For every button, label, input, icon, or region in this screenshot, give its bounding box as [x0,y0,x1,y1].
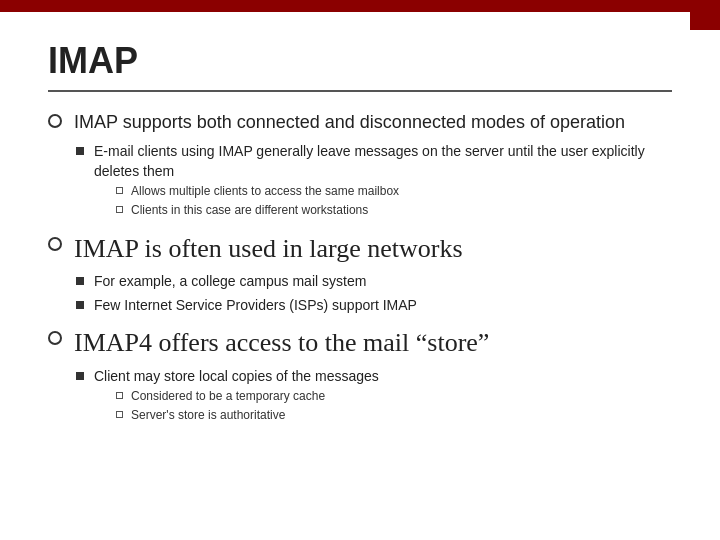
section-3: IMAP4 offers access to the mail “store” … [48,327,672,425]
top-bar [0,0,720,12]
section-2: IMAP is often used in large networks For… [48,233,672,315]
bullet-filled-2-2 [76,301,84,309]
section1-sub1-children: Allows multiple clients to access the sa… [116,183,672,219]
bullet-circle-1 [48,114,62,128]
level1-item-3: IMAP4 offers access to the mail “store” [48,327,672,358]
title-divider [48,90,672,92]
bullet-square-filled-1 [76,147,84,155]
section1-sub1-child2: Clients in this case are different works… [131,202,368,219]
section3-sub-items: Client may store local copies of the mes… [76,367,672,426]
bullet-filled-2-1 [76,277,84,285]
level3-item-3-1-1: Considered to be a temporary cache [116,388,379,405]
level1-item-2: IMAP is often used in large networks [48,233,672,264]
bullet-square-outline-3-1 [116,392,123,399]
bullet-square-outline-1 [116,187,123,194]
level1-item-1: IMAP supports both connected and disconn… [48,110,672,134]
bullet-circle-3 [48,331,62,345]
section3-sub1-child2: Server's store is authoritative [131,407,285,424]
section2-main-text: IMAP is often used in large networks [74,233,463,264]
section1-sub1-text: E-mail clients using IMAP generally leav… [94,143,645,179]
section2-sub1-text: For example, a college campus mail syste… [94,272,366,292]
bullet-square-outline-2 [116,206,123,213]
level2-item-2-2: Few Internet Service Providers (ISPs) su… [76,296,672,316]
section1-main-text: IMAP supports both connected and disconn… [74,110,625,134]
section3-sub1-children: Considered to be a temporary cache Serve… [116,388,379,424]
page-title: IMAP [48,40,672,82]
bullet-square-outline-3-2 [116,411,123,418]
level2-item-1-1: E-mail clients using IMAP generally leav… [76,142,672,221]
section3-sub1-text: Client may store local copies of the mes… [94,368,379,384]
level3-item-3-1-2: Server's store is authoritative [116,407,379,424]
bullet-circle-2 [48,237,62,251]
section3-sub1-child1: Considered to be a temporary cache [131,388,325,405]
level2-item-2-1: For example, a college campus mail syste… [76,272,672,292]
level3-item-1-1-2: Clients in this case are different works… [116,202,672,219]
section3-main-text: IMAP4 offers access to the mail “store” [74,327,489,358]
section1-sub1-child1: Allows multiple clients to access the sa… [131,183,399,200]
section2-sub-items: For example, a college campus mail syste… [76,272,672,315]
section1-sub-items: E-mail clients using IMAP generally leav… [76,142,672,221]
section2-sub2-text: Few Internet Service Providers (ISPs) su… [94,296,417,316]
bullet-filled-3-1 [76,372,84,380]
section-1: IMAP supports both connected and disconn… [48,110,672,221]
level3-item-1-1-1: Allows multiple clients to access the sa… [116,183,672,200]
main-content: IMAP IMAP supports both connected and di… [0,12,720,540]
level2-item-3-1: Client may store local copies of the mes… [76,367,672,426]
